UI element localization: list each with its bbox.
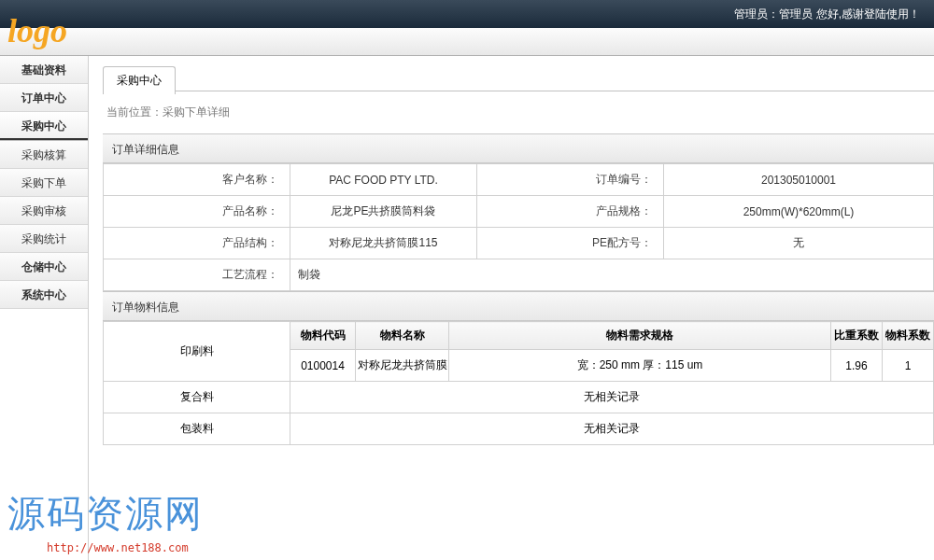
table-row: 复合料 无相关记录 xyxy=(104,382,934,413)
mat-coef: 1 xyxy=(883,350,934,382)
logo: logo xyxy=(7,11,67,50)
section-material-title: 订单物料信息 xyxy=(103,291,934,321)
prodname-label: 产品名称： xyxy=(104,196,290,228)
mat-name: 对称尼龙共挤筒膜 xyxy=(356,350,449,382)
mat-col-ratio: 比重系数 xyxy=(831,322,883,350)
sidebar-item-3[interactable]: 采购核算 xyxy=(0,141,88,169)
sidebar-item-8[interactable]: 系统中心 xyxy=(0,281,88,309)
mat-ratio: 1.96 xyxy=(831,350,883,382)
sidebar-item-5[interactable]: 采购审核 xyxy=(0,197,88,225)
sidebar-item-2[interactable]: 采购中心 xyxy=(0,112,88,140)
pe-label: PE配方号： xyxy=(477,228,664,259)
process-value: 制袋 xyxy=(290,259,934,291)
top-bar: 管理员：管理员 您好,感谢登陆使用！ xyxy=(0,0,934,28)
table-row: 包装料 无相关记录 xyxy=(104,413,934,445)
sidebar-item-6[interactable]: 采购统计 xyxy=(0,225,88,253)
mat-col-spec: 物料需求规格 xyxy=(449,322,831,350)
mat-print-label: 印刷料 xyxy=(104,322,290,382)
order-detail-table: 客户名称： PAC FOOD PTY LTD. 订单编号： 2013050100… xyxy=(103,163,934,291)
mat-pack-label: 包装料 xyxy=(104,413,290,445)
section-order-detail-title: 订单详细信息 xyxy=(103,133,934,163)
material-table: 印刷料 物料代码 物料名称 物料需求规格 比重系数 物料系数 0100014 对… xyxy=(103,321,934,445)
mat-code: 0100014 xyxy=(290,350,356,382)
sidebar-item-4[interactable]: 采购下单 xyxy=(0,169,88,197)
mat-col-coef: 物料系数 xyxy=(883,322,934,350)
pe-value: 无 xyxy=(664,228,934,259)
prodstruct-value: 对称尼龙共挤筒膜115 xyxy=(290,228,477,259)
prodname-value: 尼龙PE共挤膜筒料袋 xyxy=(290,196,477,228)
prodspec-value: 250mm(W)*620mm(L) xyxy=(664,196,934,228)
mat-col-name: 物料名称 xyxy=(356,322,449,350)
tab-row: 采购中心 xyxy=(103,65,934,91)
prodspec-label: 产品规格： xyxy=(477,196,664,228)
mat-compound-label: 复合料 xyxy=(104,382,290,413)
process-label: 工艺流程： xyxy=(104,259,290,291)
breadcrumb: 当前位置：采购下单详细 xyxy=(103,91,934,133)
sidebar-item-1[interactable]: 订单中心 xyxy=(0,84,88,112)
customer-value: PAC FOOD PTY LTD. xyxy=(290,164,477,196)
sidebar-item-0[interactable]: 基础资料 xyxy=(0,56,88,84)
sidebar: 基础资料订单中心采购中心采购核算采购下单采购审核采购统计仓储中心系统中心 xyxy=(0,56,89,560)
customer-label: 客户名称： xyxy=(104,164,290,196)
orderno-label: 订单编号： xyxy=(477,164,664,196)
content-area: 采购中心 当前位置：采购下单详细 订单详细信息 客户名称： PAC FOOD P… xyxy=(89,56,934,560)
no-record: 无相关记录 xyxy=(290,382,934,413)
orderno-value: 201305010001 xyxy=(664,164,934,196)
admin-greeting: 管理员：管理员 您好,感谢登陆使用！ xyxy=(734,7,920,21)
tab-purchase-center[interactable]: 采购中心 xyxy=(103,66,176,94)
prodstruct-label: 产品结构： xyxy=(104,228,290,259)
mat-col-code: 物料代码 xyxy=(290,322,356,350)
mat-spec: 宽：250 mm 厚：115 um xyxy=(449,350,831,382)
logo-bar: logo xyxy=(0,28,934,56)
sidebar-item-7[interactable]: 仓储中心 xyxy=(0,253,88,281)
no-record: 无相关记录 xyxy=(290,413,934,445)
